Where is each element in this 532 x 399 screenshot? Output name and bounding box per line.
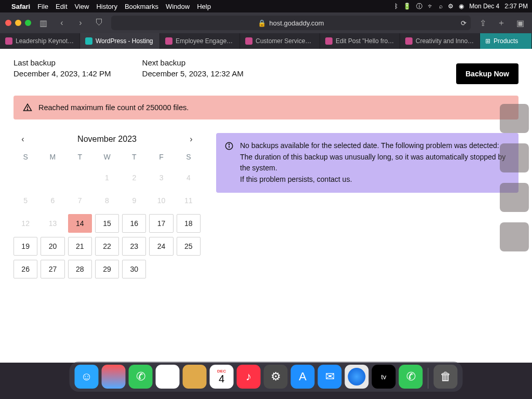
menubar-status: ᛒ 🔋 ⓘ ᯤ ⌕ ⚙︎ ◉ Mon Dec 4 2:37 PM: [394, 2, 528, 11]
dock-app-safari[interactable]: [345, 365, 369, 389]
tab-edit-post[interactable]: Edit Post "Hello fro…: [320, 33, 400, 49]
forward-button[interactable]: ›: [74, 17, 87, 29]
dock-app-messages[interactable]: ✆: [129, 365, 153, 389]
calendar-day-7: 7: [68, 191, 92, 210]
tab-label: Customer Service…: [256, 37, 311, 45]
info-text: No backups available for the selected da…: [240, 140, 510, 185]
info-icon[interactable]: ⓘ: [416, 2, 422, 11]
calendar-day-28[interactable]: 28: [68, 260, 92, 278]
info-line: The duration of this backup was unusuall…: [240, 152, 510, 173]
wifi-icon[interactable]: ᯤ: [428, 3, 434, 10]
share-icon[interactable]: ⇪: [476, 17, 489, 29]
calendar-day-29[interactable]: 29: [95, 260, 119, 278]
dock-app-launchpad[interactable]: [102, 365, 126, 389]
calendar-day-19[interactable]: 19: [14, 237, 37, 256]
new-tab-icon[interactable]: ＋: [495, 17, 508, 29]
shield-icon[interactable]: ⛉: [92, 17, 106, 29]
battery-icon[interactable]: 🔋: [403, 3, 411, 10]
app-name[interactable]: Safari: [11, 3, 30, 10]
calendar-prev-button[interactable]: ‹: [17, 133, 29, 145]
tab-customer[interactable]: Customer Service…: [240, 33, 320, 49]
last-backup: Last backup December 4, 2023, 1:42 PM: [14, 58, 111, 78]
tab-leadership[interactable]: Leadership Keynot…: [0, 33, 80, 49]
menu-help[interactable]: Help: [197, 3, 211, 10]
calendar-day-21[interactable]: 21: [68, 237, 92, 256]
minimize-window-icon[interactable]: [15, 20, 21, 26]
dock: ☺✆DEC4♪⚙A✉tv✆🗑: [70, 362, 463, 392]
tab-label: Products: [494, 37, 518, 45]
sidebar-toggle-icon[interactable]: ▥: [36, 17, 50, 29]
calendar-day-24[interactable]: 24: [149, 237, 173, 256]
calendar-day-12: 12: [14, 214, 37, 233]
tab-employee[interactable]: Employee Engage…: [160, 33, 240, 49]
calendar-dow: T: [68, 153, 92, 164]
calendar-day-16[interactable]: 16: [122, 214, 146, 233]
tab-creativity[interactable]: Creativity and Inno…: [400, 33, 480, 49]
calendar-day-27[interactable]: 27: [41, 260, 64, 278]
page-content: Last backup December 4, 2023, 1:42 PM Ne…: [0, 49, 532, 363]
tab-label: WordPress - Hosting: [96, 37, 153, 45]
close-window-icon[interactable]: [5, 20, 11, 26]
menu-view[interactable]: View: [75, 3, 89, 10]
dock-app-settings[interactable]: ⚙: [264, 365, 288, 389]
zoom-window-icon[interactable]: [25, 20, 31, 26]
menu-edit[interactable]: Edit: [56, 3, 67, 10]
dock-app-finder[interactable]: ☺: [75, 365, 99, 389]
address-bar[interactable]: 🔒 host.godaddy.com ⟳: [111, 16, 471, 30]
desktop-file[interactable]: [500, 143, 529, 172]
calendar-day-30[interactable]: 30: [122, 260, 146, 278]
dock-app-facetime[interactable]: ✆: [399, 365, 423, 389]
calendar-day-14[interactable]: 14: [68, 214, 92, 233]
spotlight-icon[interactable]: ⌕: [439, 3, 443, 10]
calendar-day-15[interactable]: 15: [95, 214, 119, 233]
tab-label: Creativity and Inno…: [416, 37, 474, 45]
back-button[interactable]: ‹: [55, 17, 69, 29]
calendar-day-20[interactable]: 20: [41, 237, 64, 256]
calendar-next-button[interactable]: ›: [185, 133, 197, 145]
siri-icon[interactable]: ◉: [459, 3, 464, 10]
backup-now-button[interactable]: Backup Now: [456, 63, 518, 84]
backup-header: Last backup December 4, 2023, 1:42 PM Ne…: [14, 58, 518, 84]
menu-bookmarks[interactable]: Bookmarks: [125, 3, 158, 10]
calendar-day-4: 4: [177, 168, 201, 187]
calendar-day-23[interactable]: 23: [122, 237, 146, 256]
dock-app-mail[interactable]: ✉: [318, 365, 342, 389]
calendar-day-1: 1: [95, 168, 119, 187]
calendar-day-17[interactable]: 17: [149, 214, 173, 233]
tab-label: Edit Post "Hello fro…: [336, 37, 394, 45]
tab-label: Employee Engage…: [176, 37, 233, 45]
bluetooth-icon[interactable]: ᛒ: [394, 3, 398, 10]
calendar-day-25[interactable]: 25: [177, 237, 201, 256]
dock-app-keynote[interactable]: [183, 365, 207, 389]
reload-icon[interactable]: ⟳: [461, 19, 467, 27]
lock-icon: 🔒: [258, 19, 266, 27]
desktop-file[interactable]: [500, 104, 529, 133]
dock-app-appstore[interactable]: A: [291, 365, 315, 389]
tab-overview-icon[interactable]: ▣: [513, 17, 527, 29]
menu-window[interactable]: Window: [166, 3, 190, 10]
dock-app-music[interactable]: ♪: [237, 365, 261, 389]
desktop-file[interactable]: [500, 222, 529, 251]
calendar-day-26[interactable]: 26: [14, 260, 37, 278]
window-controls[interactable]: [5, 20, 31, 26]
calendar-day-18[interactable]: 18: [177, 214, 201, 233]
control-center-icon[interactable]: ⚙︎: [448, 3, 454, 10]
menu-history[interactable]: History: [96, 3, 117, 10]
tab-wordpress-hosting[interactable]: WordPress - Hosting: [80, 33, 160, 49]
calendar-dow: M: [41, 153, 64, 164]
status-time[interactable]: 2:37 PM: [504, 3, 528, 10]
tab-products[interactable]: ⊞Products: [480, 33, 532, 49]
dock-trash[interactable]: 🗑: [434, 365, 458, 389]
calendar-dow: S: [14, 153, 37, 164]
menu-file[interactable]: File: [37, 3, 48, 10]
calendar-title: November 2023: [77, 135, 137, 144]
calendar-day-22[interactable]: 22: [95, 237, 119, 256]
status-date[interactable]: Mon Dec 4: [469, 3, 499, 10]
dock-app-tv[interactable]: tv: [372, 365, 396, 389]
info-line: If this problem persists, contact us.: [240, 174, 510, 184]
safari-window: ▥ ‹ › ⛉ 🔒 host.godaddy.com ⟳ ⇪ ＋ ▣ Leade…: [0, 12, 532, 363]
desktop-file[interactable]: [500, 183, 529, 212]
dock-app-calendar[interactable]: DEC4: [210, 365, 234, 389]
dock-app-photos[interactable]: [156, 365, 180, 389]
favicon-icon: [405, 37, 413, 45]
